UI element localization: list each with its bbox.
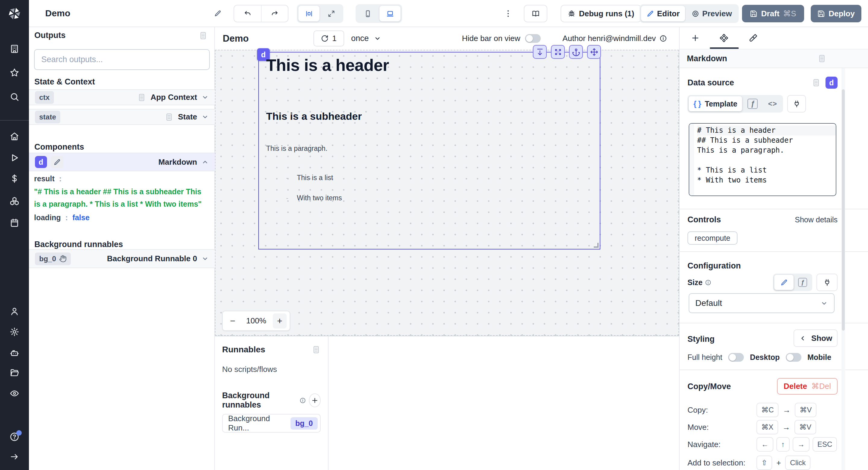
expression-mode-button[interactable]: <> xyxy=(763,96,782,111)
connect-plug-button[interactable] xyxy=(816,274,838,291)
plug-icon xyxy=(824,279,831,286)
function-mode-button[interactable]: ƒ xyxy=(743,96,763,111)
docs-button[interactable] xyxy=(524,5,547,22)
workspace-icon[interactable] xyxy=(10,44,19,54)
undo-icon xyxy=(244,10,251,18)
editor-content[interactable]: # This is a header## This is a subheader… xyxy=(694,124,836,196)
info-icon[interactable] xyxy=(659,35,667,42)
debug-runs-button[interactable]: Debug runs (1) xyxy=(561,5,641,22)
size-select[interactable]: Default xyxy=(689,293,835,313)
audit-eye-icon[interactable] xyxy=(10,388,19,398)
folders-icon[interactable] xyxy=(10,368,19,378)
code-line[interactable]: ## This is a subheader xyxy=(697,136,836,145)
static-mode-button[interactable] xyxy=(774,275,794,290)
state-context-header: State & Context xyxy=(34,77,208,87)
code-line[interactable]: This is a paragraph. xyxy=(697,145,836,155)
component-d-row[interactable]: d Markdown xyxy=(29,153,215,171)
variables-icon[interactable] xyxy=(10,174,19,183)
panel-doc-icon[interactable] xyxy=(198,31,208,40)
help-icon[interactable] xyxy=(10,432,19,442)
schedules-icon[interactable] xyxy=(10,218,19,228)
search-icon[interactable] xyxy=(10,92,19,102)
chevron-down-icon[interactable] xyxy=(201,113,209,121)
desktop-toggle[interactable] xyxy=(786,353,801,362)
full-height-toggle[interactable] xyxy=(728,353,744,362)
braces-icon: { } xyxy=(693,99,702,108)
tab-global-styling[interactable] xyxy=(746,31,761,45)
scrollbar-thumb[interactable] xyxy=(842,89,845,331)
hand-drag-icon xyxy=(59,255,67,262)
user-icon[interactable] xyxy=(10,306,19,316)
info-icon[interactable] xyxy=(300,397,306,404)
desktop-view-button[interactable] xyxy=(379,6,401,22)
panel-doc-icon[interactable] xyxy=(817,54,827,63)
resize-handle[interactable] xyxy=(594,243,598,248)
rename-app-button[interactable] xyxy=(211,7,224,20)
canvas-header: Demo 1 once Hide bar on view Author henr… xyxy=(215,27,679,50)
favorites-icon[interactable] xyxy=(10,68,19,78)
chevron-down-icon[interactable] xyxy=(201,93,209,101)
bg0-row[interactable]: bg_0 Background Runnable 0 xyxy=(29,249,215,268)
configuration-row: Configuration xyxy=(687,260,838,271)
centered-layout-button[interactable] xyxy=(299,6,319,22)
ctx-row[interactable]: ctx App Context xyxy=(29,89,215,105)
edit-component-id-button[interactable] xyxy=(51,156,63,168)
redo-button[interactable] xyxy=(261,5,288,22)
zoom-in-button[interactable]: + xyxy=(273,314,287,328)
deploy-button[interactable]: Deploy xyxy=(811,5,861,22)
collapse-right-icon[interactable] xyxy=(10,452,19,462)
state-row[interactable]: state State xyxy=(29,109,215,125)
tab-preview[interactable]: Preview xyxy=(686,6,737,22)
bg0-chip: bg_0 xyxy=(35,253,71,265)
list-item-text: With two items xyxy=(297,194,342,202)
show-details-link[interactable]: Show details xyxy=(795,215,838,224)
chevron-up-icon[interactable] xyxy=(201,158,209,166)
markdown-component-selected[interactable]: d This is a header This is a subheader T… xyxy=(258,52,600,249)
code-line[interactable]: # This is a header xyxy=(697,125,836,136)
recompute-button[interactable]: recompute xyxy=(687,231,738,245)
eval-mode-button[interactable]: ƒ xyxy=(794,275,811,290)
paintbrush-icon xyxy=(749,33,758,42)
list-bullet: - xyxy=(286,194,297,202)
bound-component-chip: d xyxy=(826,77,838,89)
code-line[interactable]: * With two items xyxy=(697,175,836,185)
template-mode-button[interactable]: { } Template xyxy=(689,96,742,111)
runs-icon[interactable] xyxy=(10,153,19,163)
code-line[interactable] xyxy=(697,155,836,165)
doc-icon[interactable] xyxy=(812,78,821,87)
code-line[interactable]: * This is a list xyxy=(697,165,836,175)
full-width-button[interactable] xyxy=(321,6,342,22)
styling-title: Styling xyxy=(687,334,715,344)
template-code-editor[interactable]: # This is a header## This is a subheader… xyxy=(689,123,836,196)
zoom-out-button[interactable]: − xyxy=(226,314,240,328)
info-icon[interactable] xyxy=(705,280,711,286)
chevron-down-icon[interactable] xyxy=(201,255,209,262)
add-background-runnable-button[interactable] xyxy=(309,393,321,407)
settings-gear-icon[interactable] xyxy=(10,327,19,337)
desktop-icon xyxy=(386,10,394,18)
panel-scrollbar[interactable] xyxy=(841,68,845,470)
refresh-count-button[interactable]: 1 xyxy=(313,30,344,47)
mobile-view-button[interactable] xyxy=(357,6,378,22)
app-canvas[interactable]: d This is a header This is a subheader T… xyxy=(215,50,679,336)
delete-component-button[interactable]: Delete ⌘Del xyxy=(777,378,838,394)
home-icon[interactable] xyxy=(10,131,19,141)
tab-component-settings[interactable] xyxy=(717,31,731,45)
connect-plug-button[interactable] xyxy=(787,95,806,113)
workers-robot-icon[interactable] xyxy=(10,348,19,358)
app-title: Demo xyxy=(45,0,70,27)
panel-doc-icon[interactable] xyxy=(312,345,321,354)
windmill-logo[interactable] xyxy=(0,0,29,27)
styling-show-button[interactable]: Show xyxy=(794,329,838,347)
resources-icon[interactable] xyxy=(10,196,19,206)
debug-runs-label: Debug runs (1) xyxy=(579,9,634,19)
more-menu-button[interactable] xyxy=(502,7,514,21)
draft-button[interactable]: Draft ⌘S xyxy=(742,5,804,22)
undo-button[interactable] xyxy=(234,5,261,22)
refresh-interval-dropdown[interactable]: once xyxy=(351,30,381,47)
tab-insert-component[interactable] xyxy=(688,31,703,45)
search-outputs-input[interactable] xyxy=(34,49,210,70)
tab-editor[interactable]: Editor xyxy=(641,6,685,22)
hide-bar-toggle[interactable] xyxy=(525,34,541,43)
background-runnable-item[interactable]: Background Run... bg_0 xyxy=(222,414,321,433)
